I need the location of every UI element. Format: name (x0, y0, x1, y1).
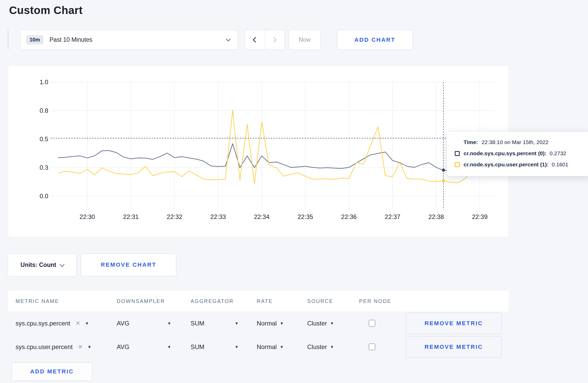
now-button[interactable]: Now (289, 30, 320, 50)
caret-down-icon: ▼ (280, 321, 284, 325)
metric-name-dropdown[interactable]: sys.cpu.sys.percent ✕ ▼ (8, 320, 109, 327)
svg-text:22:35: 22:35 (298, 213, 313, 220)
caret-down-icon: ▼ (87, 345, 91, 349)
caret-down-icon: ▼ (235, 321, 239, 325)
per-node-checkbox[interactable] (369, 343, 375, 350)
svg-text:0.5: 0.5 (40, 136, 48, 143)
tooltip-time-label: Time: (464, 139, 478, 145)
rate-dropdown[interactable]: Normal ▼ (249, 343, 299, 351)
rate-value: Normal (257, 343, 277, 351)
svg-text:0.3: 0.3 (40, 164, 48, 171)
svg-text:22:31: 22:31 (123, 213, 139, 220)
caret-down-icon: ▼ (167, 345, 171, 349)
metrics-table: METRIC NAME DOWNSAMPLER AGGREGATOR RATE … (8, 291, 509, 383)
clear-metric-icon[interactable]: ✕ (78, 343, 83, 350)
toolbar-divider (8, 30, 8, 49)
svg-text:22:34: 22:34 (254, 213, 269, 220)
clear-metric-icon[interactable]: ✕ (75, 320, 80, 327)
tooltip-series-value: 0.2732 (550, 150, 566, 157)
per-node-checkbox[interactable] (369, 320, 375, 327)
downsampler-dropdown[interactable]: AVG ▼ (117, 343, 171, 351)
tooltip-series-row: cr.node.sys.cpu.user.percent (1): 0.1601 (455, 161, 582, 168)
caret-down-icon: ▼ (280, 345, 284, 349)
time-next-button[interactable] (265, 30, 285, 49)
tooltip-series-name: cr.node.sys.cpu.user.percent (1): (464, 161, 549, 168)
chart-card: 0.00.30.50.81.022:3022:3122:3222:3322:34… (8, 65, 509, 237)
metric-name-value: sys.cpu.sys.percent (16, 320, 70, 327)
header-rate: RATE (249, 298, 299, 304)
downsampler-dropdown[interactable]: AVG ▼ (117, 320, 171, 327)
time-range-select[interactable]: 10m Past 10 Minutes (20, 30, 238, 50)
source-value: Cluster (307, 320, 327, 327)
metric-name-value: sys.cpu.user.percent (16, 343, 73, 351)
series-swatch-user (455, 162, 460, 167)
chevron-down-icon (226, 37, 230, 41)
caret-down-icon: ▼ (85, 321, 89, 325)
caret-down-icon: ▼ (330, 345, 334, 349)
rate-dropdown[interactable]: Normal ▼ (249, 320, 299, 327)
svg-text:22:39: 22:39 (472, 213, 487, 220)
aggregator-value: SUM (191, 320, 204, 327)
source-dropdown[interactable]: Cluster ▼ (299, 320, 351, 327)
svg-text:0.0: 0.0 (40, 193, 48, 200)
page-title: Custom Chart (9, 4, 83, 17)
chevron-right-icon (271, 37, 277, 42)
time-prev-button[interactable] (245, 30, 265, 49)
header-source: SOURCE (299, 298, 351, 304)
remove-chart-button[interactable]: REMOVE CHART (81, 253, 176, 276)
chart-tooltip: Time:22:38:10 on Mar 15th, 2022 cr.node.… (447, 132, 588, 176)
time-range-badge: 10m (26, 35, 43, 44)
tooltip-time-value: 22:38:10 on Mar 15th, 2022 (482, 139, 549, 145)
header-metric-name: METRIC NAME (8, 298, 109, 304)
timeseries-chart[interactable]: 0.00.30.50.81.022:3022:3122:3222:3322:34… (8, 66, 509, 238)
downsampler-value: AVG (117, 343, 129, 351)
svg-text:0.8: 0.8 (40, 107, 48, 114)
remove-metric-button[interactable]: REMOVE METRIC (406, 336, 502, 358)
metric-row: sys.cpu.sys.percent ✕ ▼ AVG ▼ SUM ▼ (8, 311, 509, 335)
aggregator-value: SUM (191, 343, 204, 351)
units-label: Units: Count (20, 261, 56, 268)
source-value: Cluster (307, 343, 327, 351)
custom-chart-page: Custom Chart 10m Past 10 Minutes Now ADD… (0, 0, 588, 383)
caret-down-icon: ▼ (235, 345, 239, 349)
svg-text:22:38: 22:38 (428, 213, 444, 220)
svg-text:22:36: 22:36 (341, 213, 357, 220)
chevron-down-icon (60, 262, 64, 267)
header-aggregator: AGGREGATOR (183, 298, 249, 304)
time-nav-group (245, 30, 285, 50)
caret-down-icon: ▼ (167, 321, 171, 325)
metrics-table-body: sys.cpu.sys.percent ✕ ▼ AVG ▼ SUM ▼ (8, 311, 509, 383)
header-downsampler: DOWNSAMPLER (109, 298, 183, 304)
downsampler-value: AVG (117, 320, 129, 327)
svg-text:22:32: 22:32 (167, 213, 182, 220)
tooltip-series-row: cr.node.sys.cpu.sys.percent (0): 0.2732 (455, 150, 582, 157)
aggregator-dropdown[interactable]: SUM ▼ (191, 320, 239, 327)
add-chart-button[interactable]: ADD CHART (337, 30, 413, 50)
units-select[interactable]: Units: Count (8, 253, 76, 276)
metric-name-dropdown[interactable]: sys.cpu.user.percent ✕ ▼ (8, 343, 109, 351)
rate-value: Normal (257, 320, 277, 327)
header-per-node: PER NODE (351, 298, 393, 304)
series-swatch-sys (455, 151, 460, 156)
time-range-label: Past 10 Minutes (50, 36, 92, 43)
add-metric-button[interactable]: ADD METRIC (12, 362, 92, 381)
tooltip-series-name: cr.node.sys.cpu.sys.percent (0): (464, 150, 547, 157)
remove-metric-button[interactable]: REMOVE METRIC (406, 313, 502, 334)
svg-text:22:37: 22:37 (385, 213, 400, 220)
tooltip-series-value: 0.1601 (552, 161, 568, 168)
aggregator-dropdown[interactable]: SUM ▼ (191, 343, 239, 351)
chevron-left-icon (253, 37, 258, 42)
svg-text:22:33: 22:33 (210, 213, 226, 220)
source-dropdown[interactable]: Cluster ▼ (299, 343, 351, 351)
svg-text:1.0: 1.0 (40, 79, 48, 86)
tooltip-time: Time:22:38:10 on Mar 15th, 2022 (455, 139, 582, 145)
metric-row: sys.cpu.user.percent ✕ ▼ AVG ▼ SUM ▼ (8, 335, 509, 359)
metrics-table-header: METRIC NAME DOWNSAMPLER AGGREGATOR RATE … (8, 291, 509, 311)
caret-down-icon: ▼ (330, 321, 334, 325)
svg-text:22:30: 22:30 (80, 213, 95, 220)
